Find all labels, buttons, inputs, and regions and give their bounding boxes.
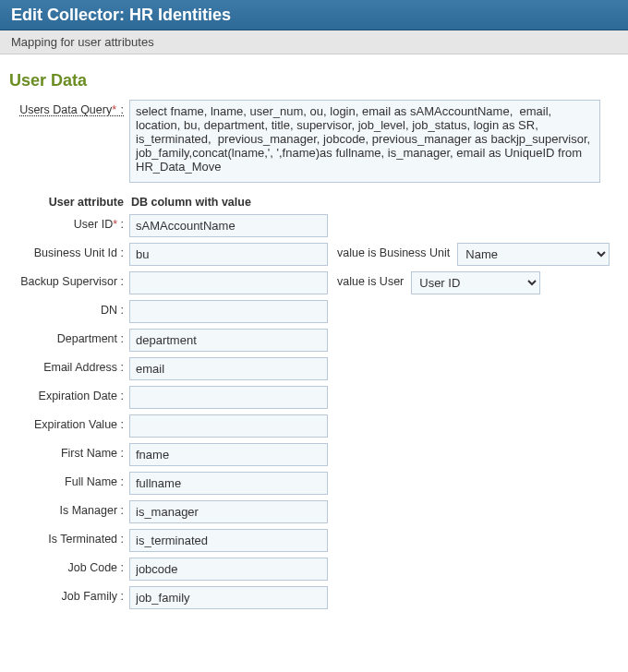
label-backup-supervisor: Backup Supervisor : (0, 271, 129, 288)
row-job-code: Job Code : (0, 558, 628, 581)
label-dn: DN : (0, 300, 129, 317)
job-code-input[interactable] (129, 558, 328, 581)
full-name-input[interactable] (129, 472, 328, 495)
label-is-manager: Is Manager : (0, 500, 129, 517)
label-user-id: User ID* : (0, 214, 129, 231)
backup-supervisor-input[interactable] (129, 271, 328, 294)
email-input[interactable] (129, 357, 328, 380)
row-backup-supervisor: Backup Supervisor : value is User User I… (0, 271, 628, 294)
label-business-unit: Business Unit Id : (0, 243, 129, 259)
row-is-manager: Is Manager : (0, 500, 628, 523)
row-first-name: First Name : (0, 443, 628, 466)
label-value-is-user: value is User (328, 271, 411, 288)
label-full-name: Full Name : (0, 472, 129, 488)
row-email: Email Address : (0, 357, 628, 380)
business-unit-input[interactable] (129, 243, 328, 266)
row-full-name: Full Name : (0, 472, 628, 495)
department-input[interactable] (129, 329, 328, 352)
is-terminated-input[interactable] (129, 529, 328, 552)
label-expiration-date: Expiration Date : (0, 386, 129, 402)
attribute-header-row: User attribute DB column with value (0, 196, 628, 209)
label-users-data-query: Users Data Query* : (0, 100, 129, 116)
window-subheader: Mapping for user attributes (0, 30, 628, 54)
attribute-header-right: DB column with value (129, 196, 251, 209)
first-name-input[interactable] (129, 443, 328, 466)
window-title: Edit Collector: HR Identities (11, 6, 231, 24)
row-business-unit: Business Unit Id : value is Business Uni… (0, 243, 628, 266)
label-is-terminated: Is Terminated : (0, 529, 129, 546)
label-expiration-value: Expiration Value : (0, 414, 129, 431)
expiration-date-input[interactable] (129, 386, 328, 409)
label-job-code: Job Code : (0, 558, 129, 574)
label-first-name: First Name : (0, 443, 129, 460)
row-job-family: Job Family : (0, 586, 628, 609)
section-title-user-data: User Data (9, 71, 628, 90)
row-is-terminated: Is Terminated : (0, 529, 628, 552)
business-unit-select[interactable]: Name (457, 243, 610, 266)
label-department: Department : (0, 329, 129, 345)
label-job-family: Job Family : (0, 586, 129, 603)
row-department: Department : (0, 329, 628, 352)
row-expiration-date: Expiration Date : (0, 386, 628, 409)
dn-input[interactable] (129, 300, 328, 323)
row-users-data-query: Users Data Query* : (0, 100, 628, 183)
users-data-query-input[interactable] (129, 100, 600, 183)
user-id-input[interactable] (129, 214, 328, 237)
attribute-header-left: User attribute (0, 196, 129, 209)
backup-supervisor-select[interactable]: User ID (411, 271, 540, 294)
label-value-is-business-unit: value is Business Unit (328, 243, 457, 259)
is-manager-input[interactable] (129, 500, 328, 523)
expiration-value-input[interactable] (129, 414, 328, 438)
row-expiration-value: Expiration Value : (0, 414, 628, 438)
job-family-input[interactable] (129, 586, 328, 609)
row-user-id: User ID* : (0, 214, 628, 237)
window-header: Edit Collector: HR Identities (0, 0, 628, 30)
row-dn: DN : (0, 300, 628, 323)
label-email: Email Address : (0, 357, 129, 374)
